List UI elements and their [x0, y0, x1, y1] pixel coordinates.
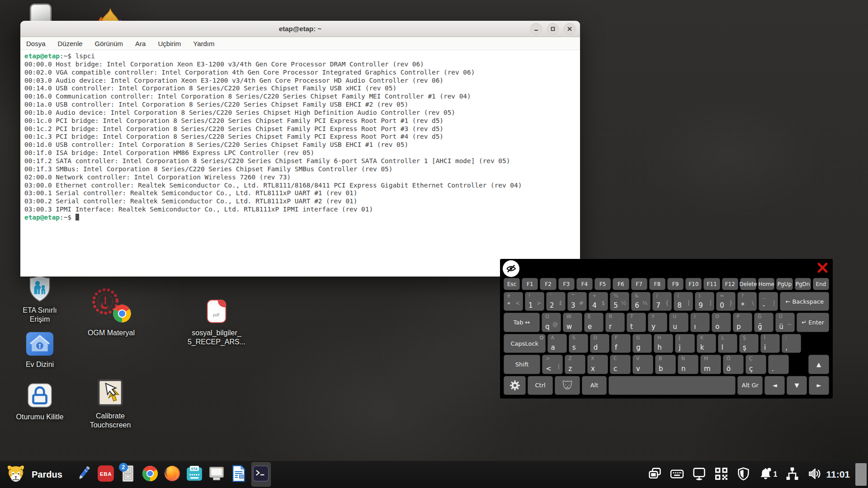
key-f[interactable]: fF	[611, 334, 631, 353]
key-f10[interactable]: F10	[685, 278, 702, 290]
key-enter[interactable]: ↵ Enter	[797, 313, 829, 332]
key-arrow-down[interactable]: ▼	[787, 376, 807, 395]
menu-item-düzenle[interactable]: Düzenle	[58, 40, 83, 47]
key-altgr[interactable]: Alt Gr	[737, 376, 763, 395]
key-symbol[interactable]: -_|	[759, 292, 778, 311]
key-symbol[interactable]: *?\	[737, 292, 757, 311]
key-ö[interactable]: öÖ	[723, 355, 744, 374]
key-f11[interactable]: F11	[703, 278, 720, 290]
menu-item-ara[interactable]: Ara	[135, 40, 146, 47]
desktop-icon-calibrate[interactable]: Calibrate Touchscreen	[79, 378, 142, 430]
tray-shield[interactable]	[736, 467, 750, 483]
key-arrow-left[interactable]: ◄	[764, 376, 785, 395]
key-6[interactable]: 6&¾	[631, 292, 651, 311]
tray-keyboard[interactable]	[670, 467, 684, 483]
key-i[interactable]: iİ	[760, 334, 780, 353]
key-2[interactable]: 2'£	[546, 292, 566, 311]
key-symbol[interactable]: .:	[768, 355, 789, 374]
key-f6[interactable]: F6	[613, 278, 629, 290]
key-pgdn[interactable]: PgDn	[795, 278, 811, 290]
key-m[interactable]: mM	[700, 355, 721, 374]
key-8[interactable]: 8([	[674, 292, 693, 311]
key-5[interactable]: 5%½	[610, 292, 629, 311]
taskbar-app-terminal[interactable]	[251, 462, 271, 487]
key-a[interactable]: aA	[547, 334, 567, 353]
key-x[interactable]: xX	[587, 355, 608, 374]
key-s[interactable]: sS	[569, 334, 588, 353]
key-ı[interactable]: ıI	[690, 313, 710, 332]
key-e[interactable]: eE	[584, 313, 604, 332]
key-f3[interactable]: F3	[558, 278, 575, 290]
key-h[interactable]: hH	[654, 334, 673, 353]
menu-item-yardım[interactable]: Yardım	[193, 40, 214, 47]
key-symbol[interactable]: "é<	[504, 292, 523, 311]
taskbar-app-eta[interactable]: ETA	[185, 462, 204, 487]
taskbar-app-eba[interactable]: EBA	[96, 462, 116, 487]
key-v[interactable]: vV	[632, 355, 653, 374]
key-alt[interactable]: Alt	[582, 376, 607, 395]
key-t[interactable]: tT	[627, 313, 646, 332]
taskbar-app-chrome[interactable]	[141, 462, 160, 487]
desktop-icon-eta-access[interactable]: ETA Sınırlı Erişim	[8, 275, 71, 324]
key-end[interactable]: End	[813, 278, 829, 290]
key-g[interactable]: gG	[632, 334, 652, 353]
key-home[interactable]: Home	[758, 278, 774, 290]
key-c[interactable]: cC	[610, 355, 631, 374]
app-menu-button[interactable]: Pardus	[0, 464, 68, 485]
key-ş[interactable]: şŞ	[739, 334, 759, 353]
key-1[interactable]: 1!>	[525, 292, 544, 311]
key-tab[interactable]: Tab ↔	[504, 313, 540, 332]
taskbar-app-board[interactable]	[207, 462, 226, 487]
key-ctrl[interactable]: Ctrl	[528, 376, 553, 395]
key-0[interactable]: 0=}	[716, 292, 736, 311]
desktop-icon-home[interactable]: Ev Dizini	[8, 332, 71, 369]
key-j[interactable]: jJ	[675, 334, 694, 353]
key-ğ[interactable]: ğĞ	[754, 313, 774, 332]
key-f12[interactable]: F12	[722, 278, 738, 290]
tray-bell[interactable]: 1	[759, 467, 778, 483]
desktop-icon-lock[interactable]: Oturumu Kilitle	[8, 382, 71, 422]
key-f1[interactable]: F1	[522, 278, 538, 290]
menu-item-uçbirim[interactable]: Uçbirim	[158, 40, 181, 47]
key-l[interactable]: lL	[718, 334, 737, 353]
desktop-icon-pdf[interactable]: pdfsosyal_bilgiler_ 5_RECEP_ARS...	[185, 298, 248, 347]
key-backspace[interactable]: ← Backspace	[780, 292, 829, 311]
key-f8[interactable]: F8	[649, 278, 665, 290]
minimize-button[interactable]	[530, 23, 542, 35]
key-7[interactable]: 7/{	[652, 292, 672, 311]
key-f2[interactable]: F2	[540, 278, 556, 290]
taskbar-app-firefox[interactable]	[163, 462, 182, 487]
tray-qr[interactable]	[714, 467, 728, 483]
taskbar-app-archive[interactable]: 2	[118, 462, 138, 487]
key-capslock[interactable]: CapsLock	[504, 334, 546, 353]
key-y[interactable]: yY	[648, 313, 667, 332]
key-q[interactable]: qQ@	[542, 313, 561, 332]
key-k[interactable]: kK	[697, 334, 716, 353]
key-arrow-up[interactable]: ▲	[808, 355, 829, 374]
gear-icon[interactable]	[504, 376, 526, 395]
clock[interactable]: 11:01	[826, 469, 850, 480]
terminal-titlebar[interactable]: etap@etap: ~	[20, 21, 580, 37]
key-symbol[interactable]: ,;	[782, 334, 801, 353]
key-f5[interactable]: F5	[594, 278, 611, 290]
desktop-icon-ogm[interactable]: OGM Materyal	[80, 287, 143, 338]
key-delete[interactable]: Delete	[740, 278, 756, 290]
key-symbol[interactable]: <>|	[542, 355, 563, 374]
key-b[interactable]: bB	[655, 355, 676, 374]
taskbar-app-writer[interactable]	[229, 462, 249, 487]
tray-volume[interactable]	[807, 467, 821, 483]
key-3[interactable]: 3^#	[567, 292, 587, 311]
key-o[interactable]: oO	[712, 313, 731, 332]
menu-item-görünüm[interactable]: Görünüm	[95, 40, 123, 47]
tray-windows[interactable]	[648, 467, 662, 483]
maximize-button[interactable]	[547, 23, 559, 35]
key-z[interactable]: zZ	[565, 355, 585, 374]
leopard-key-icon[interactable]	[555, 376, 580, 395]
key-ü[interactable]: üÜ~	[775, 313, 795, 332]
key-u[interactable]: uU	[669, 313, 689, 332]
key-f4[interactable]: F4	[576, 278, 593, 290]
key-w[interactable]: wW	[563, 313, 582, 332]
key-pgup[interactable]: PgUp	[776, 278, 793, 290]
key-esc[interactable]: Esc	[504, 278, 520, 290]
show-desktop-button[interactable]	[855, 463, 867, 486]
